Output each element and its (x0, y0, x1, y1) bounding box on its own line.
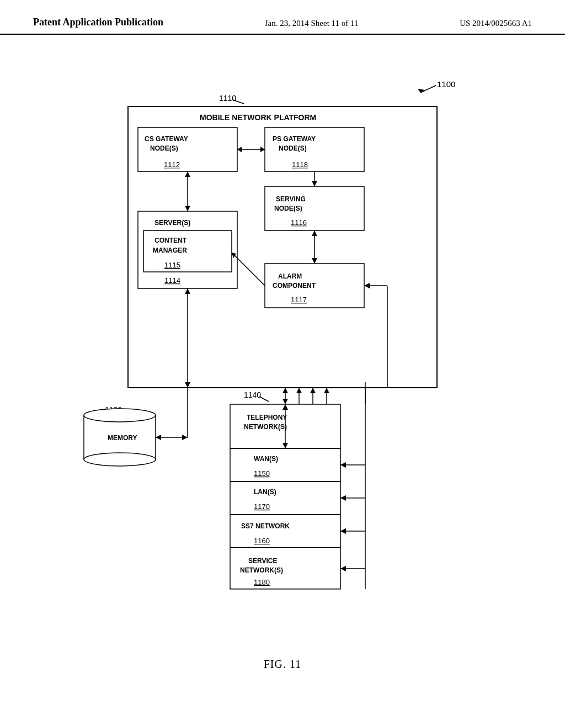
svg-marker-42 (282, 388, 288, 393)
svg-marker-8 (260, 147, 265, 152)
label-1170: 1170 (254, 502, 270, 511)
label-1118: 1118 (292, 160, 308, 169)
label-1140: 1140 (244, 390, 261, 399)
label-1112: 1112 (164, 160, 180, 169)
label-1160: 1160 (254, 537, 270, 545)
figure-caption: FIG. 11 (264, 658, 301, 671)
svg-marker-12 (185, 172, 190, 177)
svg-line-0 (420, 85, 436, 93)
svg-rect-38 (230, 515, 340, 548)
service-title: SERVICE (248, 557, 277, 565)
diagram: 1100 1110 MOBILE NETWORK PLATFORM CS GAT… (22, 57, 543, 636)
svg-marker-22 (232, 253, 236, 258)
cs-gateway-title: CS GATEWAY (145, 135, 188, 143)
service-title2: NETWORK(S) (240, 566, 283, 574)
label-1100: 1100 (437, 79, 455, 89)
label-1114: 1114 (164, 276, 180, 285)
content-manager-title: CONTENT (154, 237, 187, 244)
svg-point-28 (84, 409, 156, 422)
svg-marker-20 (312, 258, 317, 264)
label-1150: 1150 (254, 469, 270, 478)
svg-marker-25 (185, 288, 190, 294)
publication-title: Patent Application Publication (33, 17, 163, 28)
svg-marker-64 (282, 443, 288, 448)
main-content: 1100 1110 MOBILE NETWORK PLATFORM CS GAT… (0, 35, 565, 682)
sheet-info: Jan. 23, 2014 Sheet 11 of 11 (265, 17, 359, 28)
svg-marker-60 (364, 283, 370, 288)
lan-title: LAN(S) (254, 488, 276, 496)
svg-marker-24 (185, 382, 190, 388)
label-1180: 1180 (254, 578, 270, 586)
svg-marker-13 (185, 206, 190, 211)
serving-node-title: SERVING (276, 195, 306, 203)
svg-point-29 (84, 453, 156, 466)
servers-title: SERVER(S) (154, 219, 190, 227)
telephony-title2: NETWORK(S) (244, 423, 287, 431)
content-manager-title2: MANAGER (153, 247, 187, 254)
svg-marker-51 (340, 566, 346, 571)
svg-marker-41 (282, 399, 288, 404)
page-header: Patent Application Publication Jan. 23, … (0, 0, 565, 35)
svg-marker-55 (310, 388, 316, 393)
alarm-title: ALARM (278, 272, 302, 280)
wan-title: WAN(S) (254, 455, 278, 463)
svg-marker-49 (340, 528, 346, 534)
label-1117: 1117 (291, 296, 307, 304)
ss7-title: SS7 NETWORK (241, 522, 290, 530)
label-1115: 1115 (164, 261, 180, 269)
svg-marker-16 (312, 181, 317, 186)
svg-marker-45 (340, 462, 346, 468)
svg-marker-31 (182, 435, 188, 440)
memory-title: MEMORY (108, 434, 137, 442)
svg-marker-7 (237, 147, 242, 152)
svg-marker-57 (324, 388, 329, 393)
mobile-platform-title: MOBILE NETWORK PLATFORM (200, 113, 316, 122)
patent-number: US 2014/0025663 A1 (460, 17, 532, 28)
svg-marker-47 (340, 495, 346, 501)
alarm-title2: COMPONENT (273, 282, 316, 290)
svg-marker-32 (156, 435, 161, 440)
svg-marker-65 (282, 404, 288, 410)
telephony-title: TELEPHONY (247, 414, 287, 421)
ps-gateway-title: PS GATEWAY (273, 135, 316, 143)
svg-rect-36 (230, 448, 340, 481)
label-1116: 1116 (291, 218, 307, 227)
cs-gateway-title2: NODE(S) (150, 144, 178, 152)
serving-node-title2: NODE(S) (274, 205, 302, 212)
svg-marker-53 (296, 388, 302, 393)
ps-gateway-title2: NODE(S) (279, 144, 307, 152)
label-1110: 1110 (219, 94, 236, 103)
svg-marker-19 (312, 231, 317, 236)
svg-rect-37 (230, 481, 340, 515)
svg-line-21 (232, 253, 265, 286)
